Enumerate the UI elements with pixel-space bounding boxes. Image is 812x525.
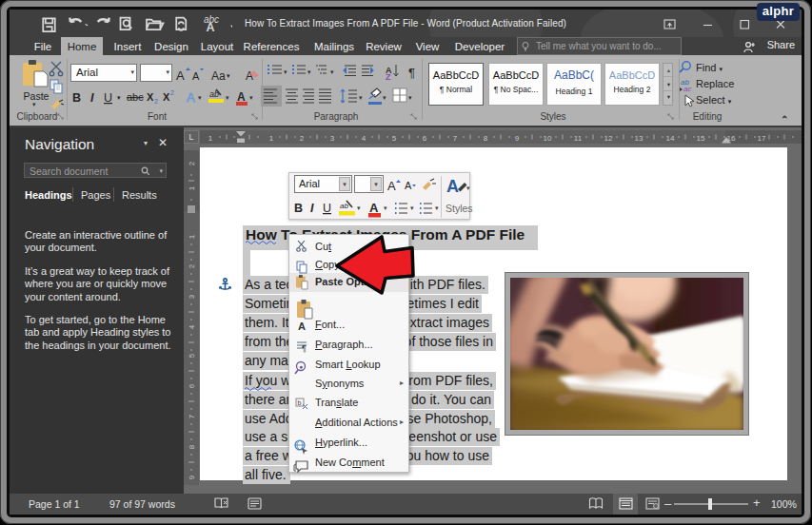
svg-text:▾: ▾ [117, 94, 121, 101]
svg-text:1: 1 [269, 134, 274, 143]
svg-text:A: A [369, 201, 379, 215]
svg-text:A: A [187, 90, 195, 105]
svg-text:15: 15 [697, 134, 705, 143]
svg-text:17: 17 [758, 134, 766, 143]
svg-text:▾: ▾ [227, 72, 230, 79]
svg-text:I: I [90, 91, 94, 105]
svg-text:▾: ▾ [357, 204, 361, 211]
svg-text:11: 11 [574, 134, 583, 143]
svg-text:A: A [387, 179, 396, 193]
svg-text:▾: ▾ [383, 94, 386, 101]
svg-text:▾: ▾ [466, 185, 470, 191]
svg-text:▾: ▾ [284, 68, 287, 75]
svg-text:9: 9 [188, 475, 196, 479]
svg-text:▾: ▾ [226, 94, 229, 101]
svg-text:A: A [192, 70, 200, 82]
svg-text:7: 7 [453, 134, 458, 143]
svg-text:U: U [104, 91, 112, 105]
svg-text:1: 1 [188, 185, 196, 190]
svg-text:9: 9 [515, 134, 520, 143]
svg-text:▾: ▾ [359, 94, 363, 101]
svg-text:B: B [72, 91, 81, 105]
svg-text:A: A [446, 177, 459, 196]
svg-text:6: 6 [423, 134, 427, 143]
svg-text:U: U [323, 202, 331, 215]
svg-text:2: 2 [188, 161, 196, 165]
svg-text:4: 4 [362, 134, 366, 143]
svg-text:▾: ▾ [307, 68, 311, 75]
svg-text:¶: ¶ [408, 66, 415, 80]
svg-text:10: 10 [544, 134, 552, 143]
svg-text:1: 1 [188, 234, 196, 239]
svg-text:5: 5 [392, 134, 397, 143]
svg-text:X: X [163, 91, 170, 103]
svg-text:B: B [294, 202, 303, 215]
svg-text:5: 5 [188, 353, 196, 358]
svg-text:▾: ▾ [384, 204, 387, 211]
svg-text:▾: ▾ [408, 94, 412, 101]
svg-text:A: A [176, 68, 185, 83]
svg-text:Z: Z [386, 72, 391, 82]
svg-text:¶: ¶ [302, 343, 307, 353]
svg-text:8: 8 [188, 444, 196, 449]
svg-text:X: X [147, 91, 154, 103]
svg-text:14: 14 [666, 134, 675, 143]
svg-text:7: 7 [188, 414, 196, 418]
svg-text:13: 13 [635, 134, 644, 143]
svg-text:2: 2 [188, 263, 196, 268]
svg-text:2: 2 [300, 134, 305, 143]
svg-text:I: I [310, 202, 314, 215]
svg-text:ac: ac [683, 85, 691, 93]
svg-text:3: 3 [330, 134, 335, 143]
svg-text:▾: ▾ [249, 94, 253, 101]
svg-text:abc: abc [127, 91, 144, 103]
svg-text:▾: ▾ [330, 68, 334, 75]
svg-text:4: 4 [188, 324, 196, 329]
svg-text:A: A [298, 321, 306, 332]
svg-text:2: 2 [170, 89, 174, 96]
svg-text:8: 8 [484, 134, 488, 143]
svg-text:3: 3 [188, 294, 196, 299]
svg-text:▾: ▾ [198, 94, 202, 101]
svg-text:Aa: Aa [211, 69, 226, 83]
svg-text:b: b [298, 399, 302, 406]
svg-text:6: 6 [188, 383, 196, 388]
svg-text:12: 12 [604, 134, 613, 143]
svg-text:1: 1 [208, 134, 213, 143]
svg-text:●: ● [299, 363, 303, 370]
svg-text:▾: ▾ [435, 204, 439, 211]
svg-text:A: A [237, 90, 246, 104]
svg-text:2: 2 [154, 98, 158, 105]
svg-text:A: A [405, 180, 412, 191]
svg-text:▾: ▾ [410, 204, 414, 211]
svg-text:A: A [246, 69, 253, 83]
